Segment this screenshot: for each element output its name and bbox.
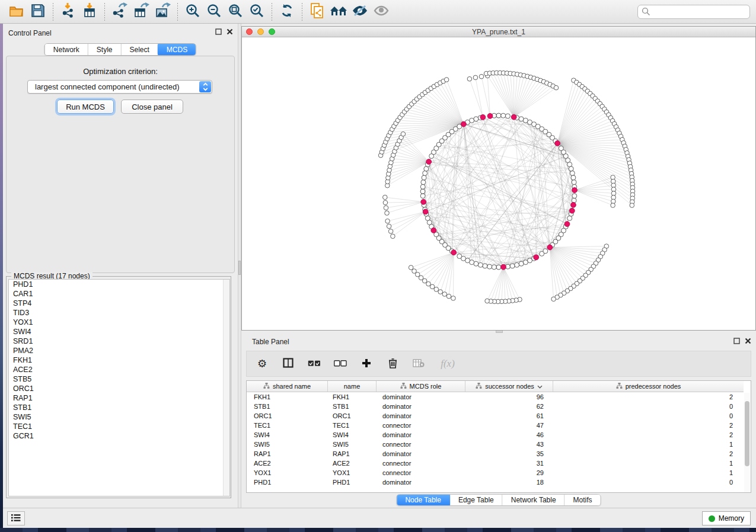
network-node[interactable]	[457, 254, 462, 259]
deselect-all-columns-button[interactable]	[333, 355, 347, 372]
network-node[interactable]	[523, 260, 528, 265]
network-window-titlebar[interactable]: YPA_prune.txt_1	[242, 27, 755, 37]
table-row[interactable]: FKH1FKH1dominator962	[247, 392, 744, 402]
table-row[interactable]: ACE2ACE2connector311	[247, 459, 744, 468]
network-hub-node[interactable]	[421, 199, 426, 204]
network-node[interactable]	[569, 166, 573, 171]
mcds-result-item[interactable]: CAR1	[9, 289, 229, 299]
mcds-result-item[interactable]: SRD1	[9, 336, 229, 346]
export-network-button[interactable]	[109, 2, 130, 22]
network-node[interactable]	[467, 76, 472, 81]
network-node[interactable]	[572, 180, 576, 185]
network-node[interactable]	[567, 216, 572, 220]
splitter-grip[interactable]	[238, 261, 241, 275]
network-node[interactable]	[384, 206, 388, 210]
close-panel-button[interactable]: Close panel	[121, 100, 183, 114]
delete-button[interactable]	[385, 355, 400, 372]
task-history-button[interactable]	[7, 511, 25, 525]
network-node[interactable]	[420, 184, 425, 189]
tab-network-table[interactable]: Network Table	[503, 495, 565, 505]
network-node[interactable]	[419, 275, 423, 280]
network-node[interactable]	[387, 224, 391, 229]
tab-node-table[interactable]: Node Table	[396, 494, 451, 506]
network-hub-node[interactable]	[564, 222, 570, 227]
network-node[interactable]	[421, 180, 426, 185]
network-node[interactable]	[519, 117, 524, 121]
network-node[interactable]	[412, 269, 417, 274]
network-node[interactable]	[430, 284, 435, 289]
table-scrollbar-thumb[interactable]	[745, 401, 749, 466]
tab-mcds[interactable]: MCDS	[158, 43, 196, 56]
run-mcds-button[interactable]: Run MCDS	[57, 100, 114, 114]
network-node[interactable]	[501, 113, 506, 118]
network-node[interactable]	[409, 265, 413, 270]
save-session-button[interactable]	[27, 2, 49, 22]
network-node[interactable]	[540, 251, 544, 256]
mcds-result-item[interactable]: PMA2	[9, 346, 229, 355]
network-hub-node[interactable]	[534, 255, 539, 260]
network-hub-node[interactable]	[555, 141, 560, 146]
close-table-panel-icon[interactable]	[745, 338, 751, 346]
refresh-view-button[interactable]	[276, 2, 298, 22]
table-row[interactable]: ORC1ORC1dominator610	[247, 411, 744, 421]
table-scrollbar[interactable]	[744, 393, 750, 492]
network-node[interactable]	[426, 281, 431, 286]
column-header-shared-name[interactable]: shared name	[247, 381, 328, 392]
import-table-button[interactable]	[79, 2, 100, 22]
network-node[interactable]	[473, 75, 478, 80]
network-node[interactable]	[444, 78, 449, 82]
network-node[interactable]	[391, 234, 395, 239]
mcds-result-item[interactable]: SWI5	[9, 412, 229, 422]
network-node[interactable]	[515, 262, 519, 267]
mcds-result-item[interactable]: STB1	[9, 403, 229, 412]
mcds-result-item[interactable]: SWI4	[9, 327, 229, 336]
network-hub-node[interactable]	[571, 203, 576, 208]
network-hub-node[interactable]	[511, 114, 516, 120]
network-hub-node[interactable]	[431, 228, 436, 233]
network-node[interactable]	[487, 264, 492, 269]
tab-motifs[interactable]: Motifs	[565, 495, 601, 505]
import-network-button[interactable]	[58, 2, 79, 22]
show-selected-button[interactable]	[371, 2, 392, 22]
hide-selected-button[interactable]	[349, 2, 371, 22]
network-node[interactable]	[423, 171, 428, 175]
network-node[interactable]	[438, 290, 443, 294]
table-row[interactable]: TEC1TEC1connector472	[247, 421, 744, 430]
network-node[interactable]	[383, 195, 388, 200]
network-node[interactable]	[451, 296, 456, 301]
mcds-result-item[interactable]: STB5	[9, 374, 229, 384]
network-node[interactable]	[401, 132, 406, 136]
network-node[interactable]	[434, 287, 439, 292]
network-hub-node[interactable]	[423, 209, 428, 214]
column-header-successor-nodes[interactable]: successor nodes	[465, 381, 553, 392]
table-row[interactable]: STB1STB1dominator620	[247, 402, 744, 411]
mcds-result-item[interactable]: ORC1	[9, 384, 229, 393]
column-header-predecessor-nodes[interactable]: predecessor nodes	[553, 381, 744, 392]
network-node[interactable]	[388, 229, 393, 234]
network-node[interactable]	[420, 194, 425, 198]
show-all-networks-button[interactable]	[328, 2, 349, 22]
column-header-name[interactable]: name	[328, 381, 377, 392]
column-header-mcds-role[interactable]: MCDS role	[377, 381, 465, 392]
network-node[interactable]	[567, 162, 572, 167]
table-row[interactable]: SWI4SWI4dominator462	[247, 430, 744, 440]
network-node[interactable]	[492, 265, 496, 270]
clear-table-button[interactable]	[412, 355, 426, 372]
network-node[interactable]	[551, 297, 556, 302]
network-node[interactable]	[496, 265, 501, 270]
network-canvas[interactable]	[242, 37, 755, 330]
network-node[interactable]	[505, 114, 510, 118]
mcds-result-item[interactable]: ACE2	[9, 365, 229, 374]
network-hub-node[interactable]	[487, 113, 493, 118]
network-node[interactable]	[422, 175, 426, 180]
column-layout-button[interactable]	[281, 355, 295, 372]
tab-edge-table[interactable]: Edge Table	[450, 495, 503, 505]
network-node[interactable]	[442, 292, 447, 297]
network-node[interactable]	[496, 113, 501, 118]
zoom-selected-button[interactable]	[246, 2, 267, 22]
network-node[interactable]	[611, 203, 615, 208]
open-file-button[interactable]	[6, 2, 27, 22]
table-row[interactable]: RAP1RAP1dominator352	[247, 449, 744, 459]
mcds-result-item[interactable]: TID3	[9, 308, 229, 318]
network-node[interactable]	[415, 273, 420, 277]
